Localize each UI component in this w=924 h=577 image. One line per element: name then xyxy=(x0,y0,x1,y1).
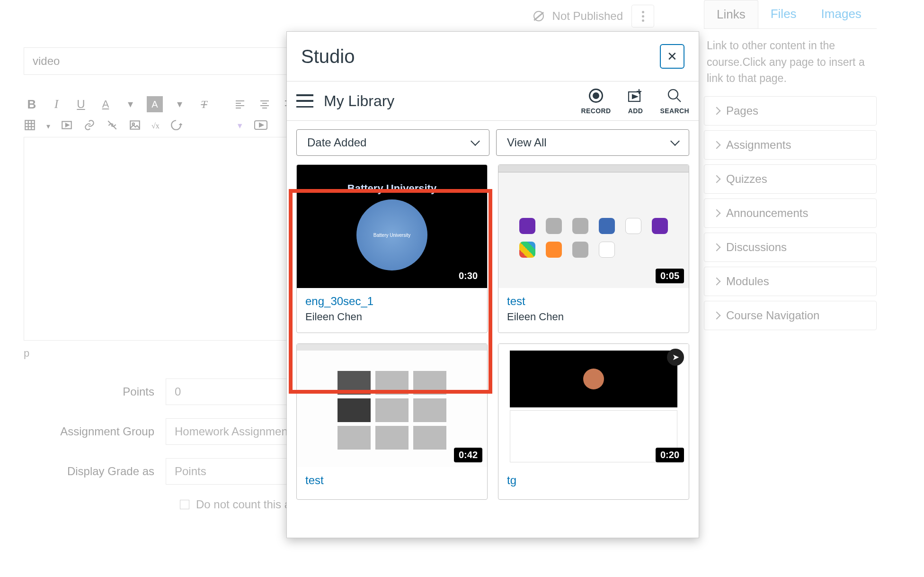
underline-button[interactable]: U xyxy=(73,96,89,112)
link-button[interactable] xyxy=(83,119,96,133)
accordion-label: Discussions xyxy=(726,241,787,254)
thumbnail-text: Battery University xyxy=(347,182,436,195)
chevron-down-icon xyxy=(471,136,480,146)
view-select-value: View All xyxy=(507,136,547,149)
media-card[interactable]: 0:42 test xyxy=(296,343,488,500)
library-title: My Library xyxy=(324,92,570,110)
chevron-right-icon xyxy=(713,175,721,183)
studio-play-button[interactable] xyxy=(254,120,267,132)
chevron-right-icon xyxy=(713,209,721,217)
insert-description: Link to other content in the course.Clic… xyxy=(704,28,877,96)
assignment-group-label: Assignment Group xyxy=(24,425,166,438)
duration-badge: 0:05 xyxy=(656,269,684,283)
sort-select-value: Date Added xyxy=(307,136,366,149)
media-thumbnail: 0:05 xyxy=(498,165,689,288)
svg-marker-25 xyxy=(632,95,637,99)
chevron-down-icon xyxy=(670,136,680,146)
media-title[interactable]: tg xyxy=(507,474,680,487)
accordion-announcements[interactable]: Announcements xyxy=(704,198,877,228)
points-input[interactable] xyxy=(166,379,289,405)
equation-button[interactable]: √x xyxy=(151,122,160,130)
display-grade-label: Display Grade as xyxy=(24,465,166,478)
media-author: Eileen Chen xyxy=(305,311,479,323)
more-options-button[interactable] xyxy=(631,5,654,27)
tab-files[interactable]: Files xyxy=(758,0,809,28)
chevron-right-icon xyxy=(713,243,721,251)
accordion-quizzes[interactable]: Quizzes xyxy=(704,164,877,194)
media-title[interactable]: eng_30sec_1 xyxy=(305,295,479,308)
svg-marker-23 xyxy=(259,123,263,127)
chevron-right-icon xyxy=(713,107,721,115)
unlink-button[interactable] xyxy=(106,119,118,133)
points-label: Points xyxy=(24,385,166,398)
duration-badge: 0:42 xyxy=(454,448,482,462)
accordion-modules[interactable]: Modules xyxy=(704,267,877,296)
tab-links[interactable]: Links xyxy=(704,0,758,28)
search-label: SEARCH xyxy=(660,107,689,115)
media-title[interactable]: test xyxy=(305,474,479,487)
chevron-right-icon xyxy=(713,141,721,149)
thumbnail-graphic: Battery University xyxy=(356,199,427,270)
hamburger-menu-button[interactable] xyxy=(296,94,313,108)
sort-select[interactable]: Date Added xyxy=(296,129,489,156)
accordion-label: Assignments xyxy=(726,138,791,152)
media-card[interactable]: 0:05 test Eileen Chen xyxy=(498,164,689,333)
publish-status-row: Not Published xyxy=(533,5,654,27)
chevron-right-icon xyxy=(713,311,721,319)
svg-rect-20 xyxy=(130,121,140,129)
close-icon: ✕ xyxy=(667,49,677,64)
bg-color-dropdown-icon[interactable]: ▾ xyxy=(171,96,187,112)
media-title[interactable]: test xyxy=(507,295,680,308)
record-button[interactable]: RECORD xyxy=(581,87,611,115)
add-button[interactable]: ADD xyxy=(627,87,644,115)
accordion-course-navigation[interactable]: Course Navigation xyxy=(704,301,877,330)
record-label: RECORD xyxy=(581,107,611,115)
text-color-dropdown-icon[interactable]: ▾ xyxy=(122,96,138,112)
record-icon xyxy=(589,89,603,103)
tab-images[interactable]: Images xyxy=(809,0,874,28)
accordion-label: Announcements xyxy=(726,207,808,220)
accordion-discussions[interactable]: Discussions xyxy=(704,233,877,262)
search-button[interactable]: SEARCH xyxy=(660,87,689,115)
image-button[interactable] xyxy=(129,119,141,133)
close-button[interactable]: ✕ xyxy=(660,44,684,69)
accordion-label: Quizzes xyxy=(726,172,767,186)
svg-line-29 xyxy=(677,98,681,102)
bold-button[interactable]: B xyxy=(24,96,40,112)
add-icon xyxy=(627,87,644,104)
search-icon xyxy=(666,87,683,104)
clear-formatting-button[interactable]: T xyxy=(196,96,212,112)
bg-color-button[interactable]: A xyxy=(147,96,163,112)
accordion-pages[interactable]: Pages xyxy=(704,96,877,126)
add-label: ADD xyxy=(628,107,643,115)
accordion-label: Course Navigation xyxy=(726,309,819,322)
chevron-right-icon xyxy=(713,277,721,285)
table-button[interactable] xyxy=(24,119,36,133)
media-card[interactable]: ➤ 0:20 tg xyxy=(498,343,689,500)
studio-apps-button[interactable]: ▼ xyxy=(236,122,244,130)
accordion-assignments[interactable]: Assignments xyxy=(704,130,877,160)
view-select[interactable]: View All xyxy=(496,129,689,156)
nocount-checkbox[interactable] xyxy=(180,500,189,509)
not-published-icon xyxy=(533,11,544,21)
media-thumbnail: Battery University Battery University 0:… xyxy=(297,165,487,288)
studio-modal: Studio ✕ My Library RECORD ADD xyxy=(286,31,699,538)
svg-point-28 xyxy=(668,90,678,99)
align-left-button[interactable] xyxy=(232,96,248,112)
duration-badge: 0:20 xyxy=(656,448,684,462)
align-center-button[interactable] xyxy=(257,96,273,112)
media-author: Eileen Chen xyxy=(507,311,680,323)
table-dropdown-icon[interactable]: ▾ xyxy=(46,122,50,131)
svg-rect-12 xyxy=(25,120,35,130)
publish-status-text: Not Published xyxy=(552,9,623,23)
accordion-label: Modules xyxy=(726,275,769,288)
media-button[interactable] xyxy=(61,119,73,133)
modal-title: Studio xyxy=(301,46,355,67)
text-color-button[interactable]: A xyxy=(98,96,114,112)
embed-button[interactable] xyxy=(170,119,182,133)
duration-badge: 0:30 xyxy=(454,269,482,283)
rocket-icon: ➤ xyxy=(667,349,684,366)
italic-button[interactable]: I xyxy=(48,96,64,112)
insert-tabs: Links Files Images xyxy=(704,0,877,28)
media-card[interactable]: Battery University Battery University 0:… xyxy=(296,164,488,333)
